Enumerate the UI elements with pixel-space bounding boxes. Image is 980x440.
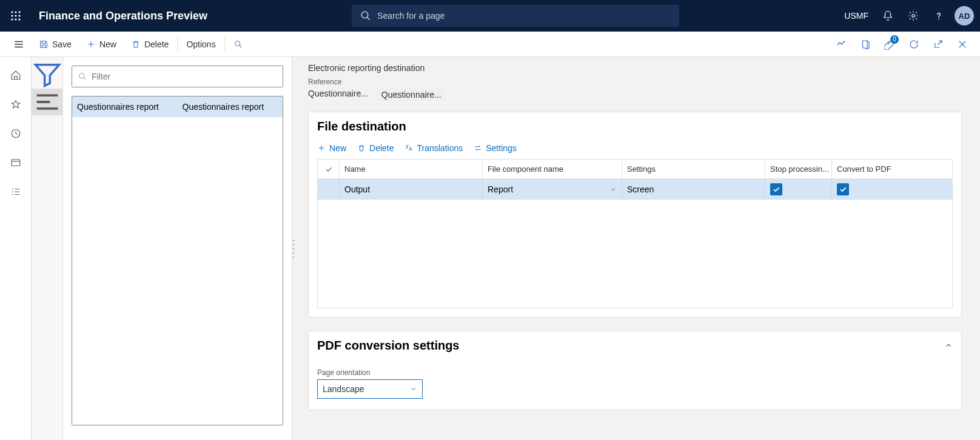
reference-value-2[interactable]: Questionnaire... xyxy=(378,89,445,101)
action-bar: Save New Delete Options 0 xyxy=(0,32,980,57)
favorites-icon[interactable] xyxy=(0,91,32,118)
svg-line-14 xyxy=(240,46,241,47)
checkbox-checked[interactable] xyxy=(837,183,849,195)
trash-icon xyxy=(131,39,141,49)
save-label: Save xyxy=(52,39,72,49)
search-input[interactable] xyxy=(377,11,671,21)
pdf-conversion-card: PDF conversion settings Page orientation… xyxy=(308,331,962,410)
options-label: Options xyxy=(186,39,215,49)
cell-convert-to-pdf[interactable] xyxy=(832,179,952,200)
page-orientation-select[interactable]: Landscape xyxy=(317,379,423,399)
app-title: Finance and Operations Preview xyxy=(39,10,207,22)
fd-settings-button[interactable]: Settings xyxy=(474,143,517,153)
close-icon[interactable] xyxy=(952,32,973,57)
swap-icon xyxy=(474,144,482,152)
page-orientation-label: Page orientation xyxy=(309,360,961,379)
col-file-component-name[interactable]: File component name xyxy=(483,160,622,178)
attachment-count: 0 xyxy=(890,35,899,44)
fd-settings-label: Settings xyxy=(486,143,517,153)
chevron-up-icon xyxy=(944,339,953,353)
fd-new-button[interactable]: New xyxy=(317,143,346,153)
svg-line-10 xyxy=(367,17,370,20)
attachments-icon[interactable]: 0 xyxy=(879,32,900,57)
table-row[interactable]: Output Report Screen xyxy=(318,179,952,200)
col-stop-processing[interactable]: Stop processin... xyxy=(765,160,832,178)
delete-button[interactable]: Delete xyxy=(124,32,176,57)
svg-point-16 xyxy=(844,41,845,42)
help-icon[interactable] xyxy=(927,0,951,32)
svg-point-8 xyxy=(18,18,20,20)
svg-point-19 xyxy=(79,73,84,78)
checkbox-checked[interactable] xyxy=(770,183,782,195)
search-bar[interactable] xyxy=(352,5,679,27)
check-header[interactable] xyxy=(318,160,340,178)
legal-entity[interactable]: USMF xyxy=(844,11,868,21)
app-launcher[interactable] xyxy=(0,0,32,32)
svg-point-11 xyxy=(912,15,915,18)
col-settings[interactable]: Settings xyxy=(622,160,765,178)
options-button[interactable]: Options xyxy=(179,32,223,57)
page-orientation-value: Landscape xyxy=(323,384,364,394)
action-search[interactable] xyxy=(226,32,250,57)
pdf-conversion-title: PDF conversion settings xyxy=(317,339,460,353)
fd-delete-label: Delete xyxy=(369,143,394,153)
pdf-conversion-header[interactable]: PDF conversion settings xyxy=(309,331,961,360)
search-icon xyxy=(360,10,371,21)
records-list: Questionnaires report Questionnaires rep… xyxy=(63,57,292,440)
save-icon xyxy=(39,39,49,49)
recent-icon[interactable] xyxy=(0,120,32,147)
separator xyxy=(224,38,225,51)
svg-point-3 xyxy=(11,15,13,16)
filter-input[interactable] xyxy=(92,72,277,81)
svg-point-12 xyxy=(938,18,939,19)
top-header: Finance and Operations Preview USMF AD xyxy=(0,0,980,32)
new-button[interactable]: New xyxy=(79,32,124,57)
office-icon[interactable] xyxy=(855,32,876,57)
filter-pane-icon[interactable] xyxy=(32,61,63,87)
cell-settings[interactable]: Screen xyxy=(622,179,765,200)
reference-value-1[interactable]: Questionnaire... xyxy=(308,89,368,101)
col-convert-to-pdf[interactable]: Convert to PDF xyxy=(832,160,952,178)
row-selector[interactable] xyxy=(318,179,340,200)
record-cell-a: Questionnaires report xyxy=(72,102,178,112)
fcn-value: Report xyxy=(488,184,513,194)
records-grid: Questionnaires report Questionnaires rep… xyxy=(72,96,283,425)
svg-point-15 xyxy=(837,43,839,44)
refresh-icon[interactable] xyxy=(904,32,924,57)
reference-values: Questionnaire... Questionnaire... xyxy=(308,89,962,101)
svg-point-0 xyxy=(11,11,13,13)
nav-toggle[interactable] xyxy=(6,32,32,57)
workspaces-icon[interactable] xyxy=(0,149,32,176)
file-destination-title[interactable]: File destination xyxy=(309,112,961,141)
fd-translations-label: Translations xyxy=(417,143,463,153)
record-cell-b: Questionnaires report xyxy=(178,102,283,112)
fd-delete-button[interactable]: Delete xyxy=(357,143,394,153)
cell-stop-processing[interactable] xyxy=(765,179,832,200)
list-pane-icon[interactable] xyxy=(32,89,63,115)
settings-icon[interactable] xyxy=(901,0,925,32)
svg-point-13 xyxy=(235,41,240,46)
fd-translations-button[interactable]: Translations xyxy=(404,143,463,153)
svg-point-2 xyxy=(18,11,20,13)
avatar[interactable]: AD xyxy=(955,6,974,25)
save-button[interactable]: Save xyxy=(32,32,79,57)
popout-icon[interactable] xyxy=(928,32,948,57)
related-info-icon[interactable] xyxy=(831,32,851,57)
modules-icon[interactable] xyxy=(0,178,32,205)
svg-point-9 xyxy=(361,12,368,18)
svg-rect-18 xyxy=(12,160,20,166)
col-name[interactable]: Name xyxy=(340,160,483,178)
home-icon[interactable] xyxy=(0,62,32,89)
separator xyxy=(177,38,178,51)
table-header: Name File component name Settings Stop p… xyxy=(318,160,952,179)
search-icon xyxy=(233,39,243,49)
delete-label: Delete xyxy=(144,39,169,49)
notifications-icon[interactable] xyxy=(876,0,900,32)
svg-point-5 xyxy=(18,15,20,16)
cell-file-component-name[interactable]: Report xyxy=(483,179,622,200)
reference-label: Reference xyxy=(308,78,962,86)
svg-point-4 xyxy=(15,15,16,16)
cell-name[interactable]: Output xyxy=(340,179,483,200)
record-row[interactable]: Questionnaires report Questionnaires rep… xyxy=(72,96,283,117)
filter-box[interactable] xyxy=(72,66,283,87)
